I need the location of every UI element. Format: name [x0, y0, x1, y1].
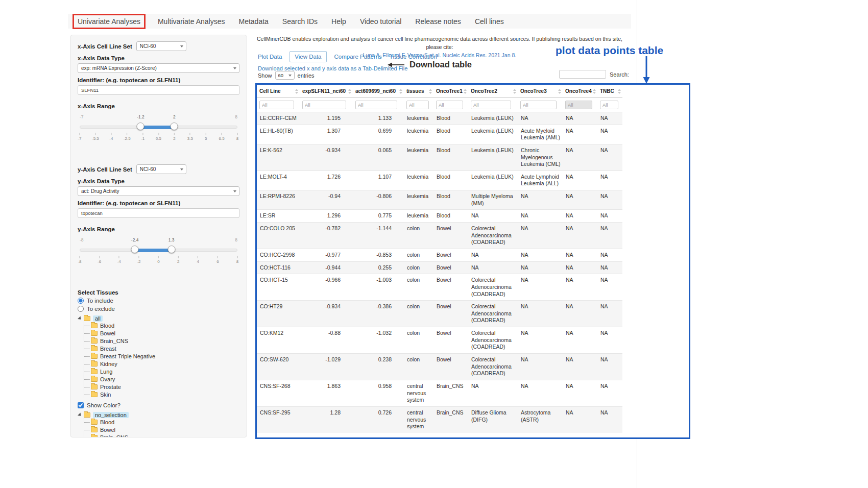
sort-icon[interactable] [618, 89, 621, 94]
table-cell: NA [597, 170, 622, 190]
table-row[interactable]: CO:COLO 205-0.782-1.144colonBowelColorec… [257, 223, 622, 249]
filter-input-cell-line[interactable] [259, 101, 294, 109]
sort-icon[interactable] [348, 89, 351, 94]
color-tree-item-blood[interactable]: Blood [91, 418, 239, 426]
nav-item-multivariate-analyses[interactable]: Multivariate Analyses [158, 17, 225, 26]
x-data-type-label: x-Axis Data Type [78, 55, 239, 61]
include-tree-item-blood[interactable]: Blood [91, 322, 239, 329]
nav-item-univariate-analyses[interactable]: Univariate Analyses [73, 14, 146, 29]
nav-item-search-ids[interactable]: Search IDs [282, 17, 318, 26]
tab-view-data[interactable]: View Data [290, 51, 326, 62]
column-header-oncotree1[interactable]: OncoTree1 [433, 85, 468, 98]
include-tree-item-prostate[interactable]: Prostate [91, 383, 239, 391]
show-color-checkbox[interactable] [78, 402, 84, 408]
table-cell: colon [404, 261, 433, 274]
column-header-oncotree4[interactable]: OncoTree4 [563, 85, 597, 98]
include-tree-item-skin[interactable]: Skin [91, 391, 239, 398]
search-input[interactable] [559, 70, 606, 79]
column-header-oncotree2[interactable]: OncoTree2 [468, 85, 518, 98]
color-tree-item-brain-cns[interactable]: Brain_CNS [91, 433, 239, 437]
tissue-include-option[interactable]: To include [78, 298, 239, 304]
filter-input-expslfn11-nci60[interactable] [302, 101, 346, 109]
y-identifier-input[interactable] [78, 208, 239, 218]
table-row[interactable]: LE:HL-60(TB)1.3070.699leukemiaBloodLeuke… [257, 125, 622, 144]
sort-icon[interactable] [513, 89, 516, 94]
nav-item-help[interactable]: Help [331, 17, 346, 26]
table-row[interactable]: CO:HCC-2998-0.977-0.853colonBowelNANANAN… [257, 249, 622, 261]
table-row[interactable]: CO:HCT-15-0.966-1.003colonBowelColorecta… [257, 274, 622, 301]
filter-input-oncotree3[interactable] [520, 101, 557, 109]
column-header-oncotree3[interactable]: OncoTree3 [518, 85, 563, 98]
y-axis-range-slider[interactable]: -88-2.41.3-8-6-4-202468 [80, 245, 237, 269]
table-row[interactable]: LE:SR1.2960.775leukemiaBloodNANANANA [257, 210, 622, 223]
column-header-expslfn11-nci60[interactable]: expSLFN11_nci60 [300, 85, 353, 98]
color-tree-item-bowel[interactable]: Bowel [91, 426, 239, 433]
x-axis-range-slider[interactable]: -78-1.22-7-5.5-4-2.5-10.523.556.58 [80, 121, 237, 146]
tissue-exclude-option[interactable]: To exclude [78, 306, 239, 312]
column-header-act609699-nci60[interactable]: act609699_nci60 [353, 85, 404, 98]
include-tree-item-kidney[interactable]: Kidney [91, 360, 239, 368]
y-data-type-select[interactable]: act: Drug Activity [78, 186, 239, 196]
include-radio[interactable] [78, 298, 84, 304]
filter-input-oncotree1[interactable] [436, 101, 463, 109]
nav-item-cell-lines[interactable]: Cell lines [475, 17, 504, 26]
x-slider-handle-to[interactable] [171, 123, 178, 130]
table-row[interactable]: LE:K-562-0.9340.065leukemiaBloodLeukemia… [257, 144, 622, 170]
entries-select[interactable]: 60 [275, 71, 295, 80]
column-header-tissues[interactable]: tissues [404, 85, 433, 98]
table-row[interactable]: LE:CCRF-CEM1.1951.133leukemiaBloodLeukem… [257, 112, 622, 125]
tab-tissue-correlation[interactable]: Tissue Correlation [390, 54, 437, 60]
x-slider-handle-from[interactable] [137, 123, 144, 130]
nav-item-video-tutorial[interactable]: Video tutorial [360, 17, 401, 26]
y-slider-handle-to[interactable] [167, 246, 175, 253]
table-row[interactable]: LE:RPMI-8226-0.94-0.806leukemiaBloodMult… [257, 190, 622, 210]
tree-expand-icon[interactable] [78, 412, 82, 417]
include-tree-item-ovary[interactable]: Ovary [91, 375, 239, 383]
color-tree-root[interactable]: no_selection [79, 412, 239, 418]
table-row[interactable]: CNS:SF-2951.280.726central nervous syste… [257, 406, 622, 432]
filter-input-tissues[interactable] [406, 101, 429, 109]
tab-plot-data[interactable]: Plot Data [258, 54, 282, 60]
include-tree-item-bowel[interactable]: Bowel [91, 329, 239, 337]
column-header-tnbc[interactable]: TNBC [597, 85, 622, 98]
sort-icon[interactable] [558, 89, 561, 94]
folder-icon [84, 316, 90, 321]
x-data-type-select[interactable]: exp: mRNA Expression (Z-Score) [78, 63, 239, 73]
x-cell-line-set-select[interactable]: NCI-60 [136, 41, 186, 51]
table-row[interactable]: CNS:SF-2681.8630.958central nervous syst… [257, 380, 622, 406]
table-row[interactable]: LE:MOLT-41.7261.107leukemiaBloodLeukemia… [257, 170, 622, 190]
show-color-option[interactable]: Show Color? [78, 402, 239, 408]
sort-icon[interactable] [593, 89, 596, 94]
y-slider-max-label: 8 [235, 237, 237, 242]
include-tree-item-brain-cns[interactable]: Brain_CNS [91, 337, 239, 345]
sort-icon[interactable] [295, 89, 298, 94]
nav-item-metadata[interactable]: Metadata [238, 17, 268, 26]
include-tree-item-breast-triple-negative[interactable]: Breast Triple Negative [91, 352, 239, 360]
table-cell: NA [563, 112, 597, 125]
column-header-cell-line[interactable]: Cell Line [257, 85, 300, 98]
table-cell: NA [563, 223, 597, 249]
sort-icon[interactable] [464, 89, 467, 94]
include-tree-item-breast[interactable]: Breast [91, 345, 239, 352]
sort-icon[interactable] [399, 89, 402, 94]
table-row[interactable]: CO:KM12-0.88-1.032colonBowelColorectal A… [257, 327, 622, 354]
table-cell: NA [597, 380, 622, 406]
filter-input-oncotree2[interactable] [471, 101, 511, 109]
y-cell-line-set-select[interactable]: NCI-60 [136, 164, 186, 174]
table-row[interactable]: CO:SW-620-1.0290.238colonBowelColorectal… [257, 354, 622, 380]
down-arrow-icon [642, 56, 650, 84]
filter-input-act609699-nci60[interactable] [355, 101, 397, 109]
x-identifier-input[interactable] [78, 85, 239, 95]
sort-icon[interactable] [429, 89, 432, 94]
include-tree-root[interactable]: all [79, 315, 239, 322]
filter-input-tnbc[interactable] [600, 101, 618, 109]
tree-expand-icon[interactable] [78, 316, 82, 321]
exclude-radio[interactable] [78, 306, 84, 312]
tab-compare-patterns[interactable]: Compare Patterns [334, 54, 382, 60]
include-tree-item-lung[interactable]: Lung [91, 368, 239, 375]
table-cell: NA [597, 210, 622, 223]
nav-item-release-notes[interactable]: Release notes [415, 17, 461, 26]
y-slider-handle-from[interactable] [131, 246, 139, 253]
table-row[interactable]: CO:HT29-0.934-0.386colonBowelColorectal … [257, 301, 622, 327]
table-row[interactable]: CO:HCT-116-0.9440.255colonBowelNANANANA [257, 261, 622, 274]
